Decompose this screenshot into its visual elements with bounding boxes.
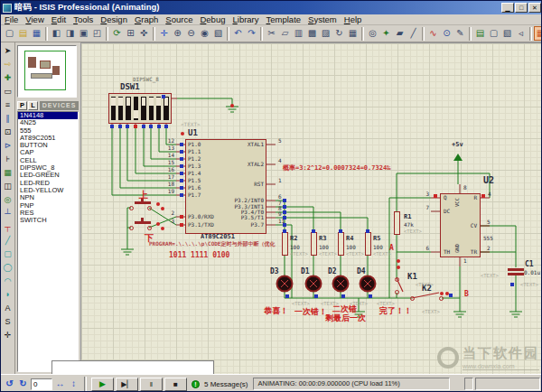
- minimize-button[interactable]: ▁: [501, 3, 514, 13]
- wire[interactable]: [177, 98, 232, 107]
- probe-marker[interactable]: [180, 193, 183, 197]
- tape-recorder-tool-icon[interactable]: ◫: [2, 180, 14, 193]
- pan-icon[interactable]: ✛: [157, 26, 171, 41]
- probe-marker[interactable]: [434, 194, 437, 198]
- menu-graph[interactable]: Graph: [135, 14, 158, 24]
- device-pin-tool-icon[interactable]: ⊦: [2, 153, 14, 166]
- probe-marker[interactable]: [314, 294, 318, 298]
- menu-view[interactable]: View: [25, 14, 43, 24]
- mark-print-area-icon[interactable]: ◰: [90, 26, 104, 41]
- probe-marker[interactable]: [180, 157, 183, 161]
- probe-marker[interactable]: [283, 205, 286, 209]
- save-file-icon[interactable]: ▦: [30, 26, 43, 41]
- probe-marker[interactable]: [339, 229, 342, 233]
- probe-marker[interactable]: [366, 229, 369, 233]
- menu-file[interactable]: File: [5, 14, 18, 24]
- probe-marker[interactable]: [180, 143, 183, 146]
- toggle-grid-icon[interactable]: ⊞: [124, 26, 137, 41]
- probe-marker[interactable]: [283, 229, 286, 233]
- capacitor-c1-plate-bottom[interactable]: [508, 273, 524, 275]
- make-device-icon[interactable]: ✦: [379, 26, 393, 41]
- resistor-r2-body[interactable]: [282, 232, 288, 256]
- terminal-circle[interactable]: [439, 296, 444, 301]
- design-explorer-icon[interactable]: ▤: [473, 26, 487, 41]
- block-move-icon[interactable]: ▨: [319, 26, 332, 41]
- probe-marker[interactable]: [110, 125, 114, 128]
- probe-marker[interactable]: [126, 125, 129, 128]
- goto-sheet-icon[interactable]: ◃: [514, 26, 528, 41]
- probe-marker[interactable]: [149, 125, 153, 128]
- resistor-r1-body[interactable]: [394, 211, 400, 235]
- terminal-circle[interactable]: [147, 226, 152, 230]
- probe-marker[interactable]: [285, 294, 289, 298]
- subcircuit-tool-icon[interactable]: ⊡: [2, 126, 14, 139]
- probe-marker[interactable]: [283, 199, 286, 202]
- import-section-icon[interactable]: ◧: [50, 26, 63, 41]
- play-button[interactable]: ▶: [91, 378, 114, 391]
- probe-marker[interactable]: [312, 229, 315, 233]
- line-tool-icon[interactable]: ╱: [2, 234, 14, 247]
- box-tool-icon[interactable]: ▢: [2, 247, 14, 261]
- probe-marker[interactable]: [283, 210, 286, 214]
- terminal-circle[interactable]: [129, 226, 134, 230]
- component-tool-icon[interactable]: ⇨: [2, 58, 14, 71]
- remove-sheet-icon[interactable]: ▧: [500, 26, 514, 41]
- maximize-button[interactable]: □: [515, 3, 528, 13]
- menu-design[interactable]: Design: [100, 14, 127, 24]
- menu-debug[interactable]: Debug: [200, 14, 225, 24]
- menu-template[interactable]: Template: [266, 14, 302, 24]
- wire-label-tool-icon[interactable]: ▭: [2, 85, 14, 98]
- block-delete-icon[interactable]: ▦: [346, 26, 360, 41]
- new-sheet-icon[interactable]: ▢: [487, 26, 500, 41]
- probe-marker[interactable]: [142, 125, 145, 128]
- switch-k2-lever[interactable]: [412, 293, 439, 298]
- probe-marker[interactable]: [510, 283, 514, 286]
- redo-icon[interactable]: ↷: [245, 26, 258, 41]
- export-section-icon[interactable]: ◨: [63, 26, 77, 41]
- junction-tool-icon[interactable]: ✚: [2, 71, 14, 85]
- terminal-tool-icon[interactable]: ⊳: [2, 139, 14, 153]
- pause-button[interactable]: ‖: [140, 378, 163, 391]
- open-file-icon[interactable]: ▤: [16, 26, 30, 41]
- menu-system[interactable]: System: [308, 14, 337, 24]
- rotate-ccw-icon[interactable]: ↺: [4, 378, 15, 390]
- packaging-icon[interactable]: ▰: [393, 26, 406, 41]
- probe-marker[interactable]: [180, 164, 183, 168]
- menu-edit[interactable]: Edit: [51, 14, 66, 24]
- menu-source[interactable]: Source: [165, 14, 192, 24]
- title-bar[interactable]: 暗码 - ISIS Professional (Animating) ▁ □ ✕: [1, 1, 542, 14]
- device-item-switch[interactable]: SWITCH: [18, 217, 78, 224]
- button-down-stem[interactable]: [141, 218, 144, 221]
- probe-marker[interactable]: [164, 125, 168, 128]
- symbol-tool-icon[interactable]: S: [2, 315, 14, 329]
- probe-marker[interactable]: [180, 223, 183, 227]
- message-indicator-icon[interactable]: !: [192, 380, 200, 388]
- resistor-r3-body[interactable]: [311, 232, 317, 256]
- block-rotate-icon[interactable]: ↻: [332, 26, 346, 41]
- menu-library[interactable]: Library: [232, 14, 258, 24]
- origin-icon[interactable]: ✜: [137, 26, 151, 41]
- copy-icon[interactable]: ▱: [278, 26, 292, 41]
- zoom-in-icon[interactable]: ⊕: [171, 26, 184, 41]
- menu-help[interactable]: Help: [344, 14, 362, 24]
- print-icon[interactable]: ▣: [77, 26, 90, 41]
- property-tool-icon[interactable]: ✎: [453, 26, 467, 41]
- flip-horizontal-icon[interactable]: ↔: [54, 378, 66, 390]
- autoroute-icon[interactable]: ∿: [426, 26, 440, 41]
- rotate-cw-icon[interactable]: ↻: [17, 378, 29, 390]
- overview-preview[interactable]: [17, 45, 77, 98]
- text-tool-icon[interactable]: A: [2, 302, 14, 315]
- wire[interactable]: [481, 226, 516, 267]
- probe-marker[interactable]: [180, 150, 183, 154]
- schematic-canvas[interactable]: 当下软件园 www.downxia.com DIPSWC_8DSW1<TEXT>…: [80, 42, 542, 374]
- probe-marker[interactable]: [180, 172, 183, 175]
- library-button[interactable]: L: [28, 101, 38, 110]
- probe-marker[interactable]: [449, 294, 453, 297]
- close-button[interactable]: ✕: [528, 3, 541, 13]
- undo-icon[interactable]: ↶: [231, 26, 245, 41]
- stop-button[interactable]: ■: [164, 378, 187, 391]
- terminal-circle[interactable]: [410, 296, 415, 301]
- probe-marker[interactable]: [369, 294, 372, 298]
- power-terminal-icon[interactable]: [453, 154, 463, 161]
- capacitor-c1-plate-top[interactable]: [508, 268, 524, 271]
